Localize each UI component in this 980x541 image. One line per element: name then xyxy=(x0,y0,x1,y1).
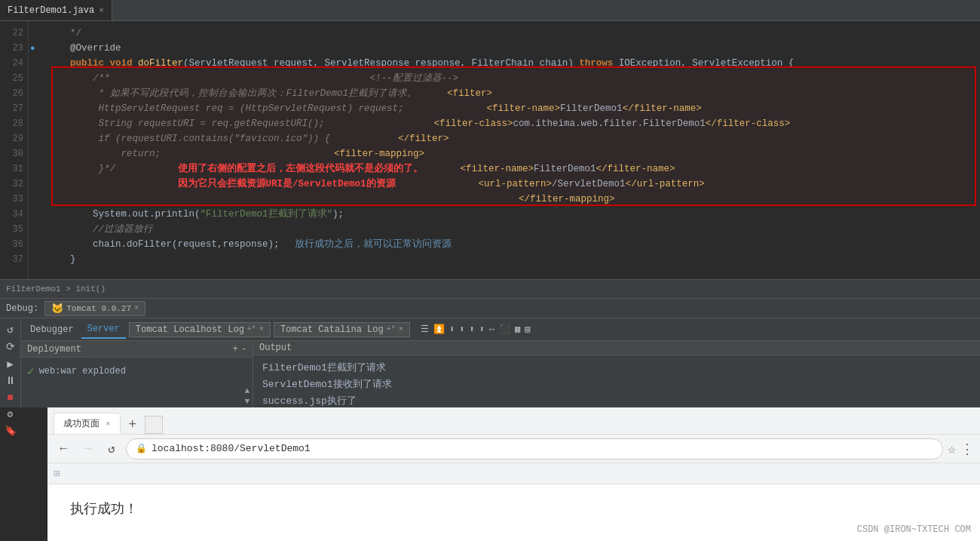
deployment-content: ✓ web:war exploded xyxy=(21,358,253,385)
code-editor[interactable]: */ @Override public void doFilter(Servle… xyxy=(47,21,980,279)
forward-btn[interactable]: → xyxy=(78,439,97,459)
tab-debugger[interactable]: Debugger xyxy=(24,321,80,338)
tab-catalina-log[interactable]: Tomcat Catalina Log +* × xyxy=(274,322,410,337)
toolbar-btn-5[interactable]: ⬆ xyxy=(469,324,474,335)
output-line-2: ServletDemo1接收到了请求 xyxy=(262,377,971,393)
tab-filename: FilterDemo1.java xyxy=(8,5,94,16)
browser-panel: 成功页面 × + ← → ↺ 🔒 localhost:8080/ServletD… xyxy=(47,407,980,541)
toolbar-btn-1[interactable]: ☰ xyxy=(421,324,429,335)
deployment-header: Deployment + - xyxy=(21,341,253,358)
localhost-log-close[interactable]: × xyxy=(259,325,264,334)
code-line-28: String requestURI = req.getRequestURI();… xyxy=(47,116,980,131)
deploy-scroll-down[interactable]: ▼ xyxy=(244,397,250,406)
tab-localhost-log[interactable]: Tomcat Localhost Log +* × xyxy=(129,322,271,337)
new-tab-square[interactable] xyxy=(145,416,163,434)
code-line-30: return; <filter-mapping> xyxy=(47,146,980,161)
browser-tab-title: 成功页面 xyxy=(63,417,100,430)
tab-server[interactable]: Server xyxy=(81,321,126,339)
code-line-35: //过滤器放行 xyxy=(47,222,980,237)
output-content: FilterDemo1拦截到了请求 ServletDemo1接收到了请求 suc… xyxy=(253,355,980,414)
toolbar-btn-8[interactable]: ⬛ xyxy=(499,324,510,335)
line-numbers: 2223242526 2728293031 323334353637 xyxy=(0,21,29,279)
debug-header-bar: Debug: 🐱 Tomcat 9.0.27 × xyxy=(0,299,980,318)
code-line-29: if (requestURI.contains("favicon.ico")) … xyxy=(47,131,980,146)
output-panel: Output FilterDemo1拦截到了请求 ServletDemo1接收到… xyxy=(253,341,980,407)
address-bar[interactable]: 🔒 localhost:8080/ServletDemo1 xyxy=(126,438,943,460)
watermark: CSDN @IRON~TXTECH COM xyxy=(857,524,971,535)
tomcat-tab-label: Tomcat 9.0.27 xyxy=(66,304,131,313)
deployment-panel: Deployment + - ✓ web:war exploded ▲ ▼ xyxy=(21,341,253,407)
side-btn-bookmark[interactable]: 🔖 xyxy=(2,425,19,437)
toolbar-btn-2[interactable]: ⏫ xyxy=(433,324,445,335)
deploy-item-label: web:war exploded xyxy=(39,366,126,377)
side-btn-restart[interactable]: ↺ xyxy=(2,323,19,336)
code-line-34: System.out.println("FilterDemo1拦截到了请求"); xyxy=(47,207,980,222)
tab-close-icon[interactable]: × xyxy=(99,6,104,15)
code-line-32: 因为它只会拦截资源URI是/ServletDemo1的资源 <url-patte… xyxy=(47,177,980,192)
code-line-26: * 如果不写此段代码，控制台会输出两次：FilterDemo1拦截到了请求。 <… xyxy=(47,86,980,101)
browser-content: 执行成功！ xyxy=(47,484,980,541)
toolbar-btn-10[interactable]: ▤ xyxy=(525,324,530,335)
deploy-scroll-up[interactable]: ▲ xyxy=(244,386,250,395)
code-line-25: /** <!--配置过滤器--> xyxy=(47,71,980,86)
catalina-log-close[interactable]: × xyxy=(399,325,403,334)
toolbar-btn-6[interactable]: ⬆ xyxy=(479,324,484,335)
side-btn-settings[interactable]: ⚙ xyxy=(2,408,19,420)
apps-icon[interactable]: ⊞ xyxy=(54,467,60,480)
editor-tab[interactable]: FilterDemo1.java × xyxy=(0,0,112,20)
code-line-24: public void doFilter(ServletRequest requ… xyxy=(47,56,980,71)
debug-body: Deployment + - ✓ web:war exploded ▲ ▼ Ou… xyxy=(21,341,980,407)
side-btn-pause[interactable]: ⏸ xyxy=(2,375,19,387)
deploy-add-btn[interactable]: + xyxy=(233,344,238,355)
star-btn[interactable]: ☆ xyxy=(948,441,956,457)
side-btn-refresh[interactable]: ⟳ xyxy=(2,340,19,353)
browser-tab[interactable]: 成功页面 × xyxy=(54,413,121,434)
code-line-31: }*/ 使用了右侧的配置之后，左侧这段代码就不是必须的了。 <filter-na… xyxy=(47,161,980,177)
code-line-37: } xyxy=(47,252,980,267)
back-btn[interactable]: ← xyxy=(54,439,73,459)
browser-tab-bar: 成功页面 × + xyxy=(47,407,980,435)
address-text: localhost:8080/ServletDemo1 xyxy=(152,443,311,454)
debug-toolbar: Debugger Server Tomcat Localhost Log +* … xyxy=(21,318,980,341)
browser-apps-bar: ⊞ xyxy=(47,463,980,484)
lock-icon: 🔒 xyxy=(136,443,147,454)
page-content: 执行成功！ xyxy=(70,501,138,516)
toolbar-btn-4[interactable]: ⬆ xyxy=(459,324,464,335)
output-line-1: FilterDemo1拦截到了请求 xyxy=(262,360,971,377)
debug-label: Debug: xyxy=(6,303,38,314)
code-line-36: chain.doFilter(request,response); 放行成功之后… xyxy=(47,237,980,252)
deploy-status-dot: ✓ xyxy=(27,364,35,379)
browser-tab-close-icon[interactable]: × xyxy=(106,420,111,429)
side-btn-play[interactable]: ▶ xyxy=(2,358,19,370)
breadcrumb: FilterDemo1 > init() xyxy=(0,279,980,299)
code-line-27: HttpServletRequest req = (HttpServletReq… xyxy=(47,101,980,116)
refresh-btn[interactable]: ↺ xyxy=(102,439,121,459)
toolbar-btn-7[interactable]: ↔ xyxy=(489,324,495,335)
output-header: Output xyxy=(253,341,980,355)
toolbar-btn-3[interactable]: ⬇ xyxy=(449,324,455,335)
toolbar-btn-9[interactable]: ▦ xyxy=(515,324,520,335)
side-btn-stop[interactable]: ■ xyxy=(2,392,19,404)
tomcat-tab[interactable]: 🐱 Tomcat 9.0.27 × xyxy=(44,301,145,316)
code-line-33: </filter-mapping> xyxy=(47,192,980,207)
debug-side-panel: ↺ ⟳ ▶ ⏸ ■ ⚙ 🔖 xyxy=(0,318,21,407)
tomcat-tab-close[interactable]: × xyxy=(134,304,139,312)
deploy-remove-btn[interactable]: - xyxy=(241,344,247,355)
code-line-23: @Override xyxy=(47,41,980,56)
code-line-22: */ xyxy=(47,26,980,41)
browser-toolbar: ← → ↺ 🔒 localhost:8080/ServletDemo1 ☆ ⋮ xyxy=(47,435,980,463)
menu-btn[interactable]: ⋮ xyxy=(960,441,974,457)
new-tab-btn[interactable]: + xyxy=(124,416,142,434)
